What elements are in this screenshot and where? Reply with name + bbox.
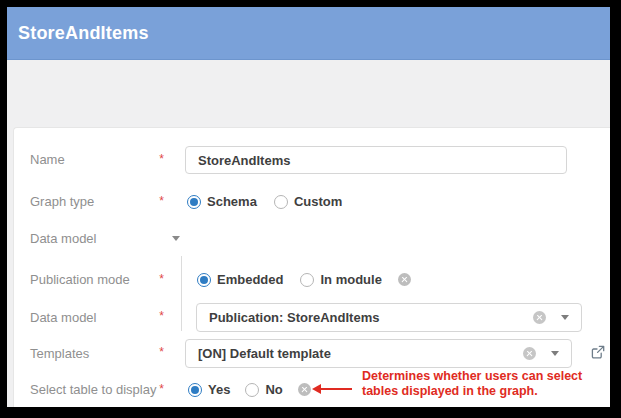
select-table-label: Select table to display xyxy=(30,382,156,397)
annotation-line-2: tables displayed in the graph. xyxy=(362,384,582,399)
circle-x-icon[interactable] xyxy=(523,347,536,360)
caret-down-icon[interactable] xyxy=(551,351,559,356)
name-label-row: Name * xyxy=(30,146,164,174)
templates-label: Templates xyxy=(30,339,89,368)
radio-selected-icon[interactable] xyxy=(187,195,201,209)
radio-in-module[interactable]: In module xyxy=(300,272,381,287)
page-title: StoreAndItems xyxy=(18,23,149,44)
graph-type-radiogroup: Schema Custom xyxy=(187,194,359,209)
templates-select[interactable]: [ON] Default template xyxy=(185,339,572,368)
dialog: StoreAndItems Name * Graph type * Schema… xyxy=(7,7,610,407)
data-model-section-label-row: Data model xyxy=(30,231,164,246)
select-table-radiogroup: Yes No xyxy=(188,382,300,397)
annotation-text: Determines whether users can select tabl… xyxy=(362,369,582,399)
required-asterisk: * xyxy=(159,194,164,209)
radio-unselected-icon[interactable] xyxy=(245,383,259,397)
radio-custom[interactable]: Custom xyxy=(274,194,342,209)
radio-unselected-icon[interactable] xyxy=(300,273,314,287)
select-table-label-row: Select table to display * xyxy=(30,382,164,397)
publication-mode-label: Publication mode xyxy=(30,272,130,287)
section-group-line xyxy=(181,256,182,331)
data-model-value: Publication: StoreAndItems xyxy=(209,310,533,325)
radio-unselected-icon[interactable] xyxy=(274,195,288,209)
dialog-header: StoreAndItems xyxy=(7,7,610,60)
annotation-line-1: Determines whether users can select xyxy=(362,369,582,384)
name-input[interactable] xyxy=(198,153,554,168)
name-label: Name xyxy=(30,146,65,174)
publication-mode-radiogroup: Embedded In module xyxy=(197,272,399,287)
required-asterisk: * xyxy=(159,146,164,172)
radio-no[interactable]: No xyxy=(245,382,282,397)
radio-selected-icon[interactable] xyxy=(188,383,202,397)
templates-label-row: Templates * xyxy=(30,339,164,368)
data-model-select[interactable]: Publication: StoreAndItems xyxy=(196,303,582,332)
external-link-icon[interactable] xyxy=(591,345,605,359)
publication-mode-label-row: Publication mode * xyxy=(30,272,164,287)
radio-selected-icon[interactable] xyxy=(197,273,211,287)
data-model-label: Data model xyxy=(30,303,96,332)
graph-type-label: Graph type xyxy=(30,194,94,209)
circle-x-icon[interactable] xyxy=(298,383,311,396)
radio-schema[interactable]: Schema xyxy=(187,194,257,209)
graph-type-label-row: Graph type * xyxy=(30,194,164,209)
data-model-label-row: Data model * xyxy=(30,303,164,332)
circle-x-icon[interactable] xyxy=(533,311,546,324)
name-field-box xyxy=(185,146,567,174)
required-asterisk: * xyxy=(159,303,164,330)
required-asterisk: * xyxy=(159,339,164,366)
data-model-section-label: Data model xyxy=(30,231,96,246)
circle-x-icon[interactable] xyxy=(398,273,411,286)
annotation-arrow-shaft xyxy=(320,388,352,391)
radio-yes[interactable]: Yes xyxy=(188,382,230,397)
caret-down-icon[interactable] xyxy=(561,315,569,320)
screenshot-frame: StoreAndItems Name * Graph type * Schema… xyxy=(0,0,621,418)
triangle-down-icon[interactable] xyxy=(172,236,180,241)
templates-value: [ON] Default template xyxy=(198,346,523,361)
required-asterisk: * xyxy=(159,272,164,287)
required-asterisk: * xyxy=(159,382,164,397)
radio-embedded[interactable]: Embedded xyxy=(197,272,283,287)
